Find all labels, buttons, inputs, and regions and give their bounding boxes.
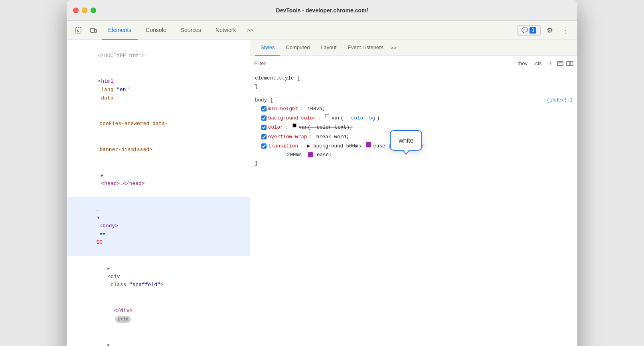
styles-tabs: Styles Computed Layout Event Listeners >… [250,40,577,56]
dom-html-cont2: banner-dismissed> [67,137,250,163]
messages-badge-button[interactable]: 💬 3 [517,25,541,36]
svg-rect-0 [75,28,81,33]
dom-doctype: <!DOCTYPE html> [67,43,250,69]
dom-html-cont: cookies-answered data- [67,111,250,137]
dom-body[interactable]: … <body> == $0 [67,197,250,256]
device-toggle-icon[interactable] [87,24,100,37]
rule-bg-color: background-color : var(--color-bg) [255,114,573,123]
settings-icon[interactable]: ⚙ [543,24,557,37]
color-checkbox[interactable] [261,125,267,130]
more-options-icon[interactable]: ⋮ [559,24,573,37]
inspect-element-icon[interactable] [71,24,85,37]
elements-panel: <!DOCTYPE html> <html lang="en" data- co… [67,40,250,346]
titlebar: DevTools - developer.chrome.com/ [67,0,577,21]
toolbar-right: 💬 3 ⚙ ⋮ [517,24,573,37]
body-selector-row: body { (index):1 [255,96,573,105]
overflow-wrap-checkbox[interactable] [261,134,267,139]
add-style-button[interactable]: + [546,58,554,68]
element-style-selector: element.style { [255,74,573,83]
dom-html[interactable]: <html lang="en" data- [67,69,250,111]
dom-head[interactable]: <head>…</head> [67,163,250,197]
color-bg-link[interactable]: --color-bg [345,114,375,123]
tab-console[interactable]: Console [139,21,172,40]
grid-badge: grid [115,316,130,323]
body-style-close: } [255,159,573,168]
rule-min-height: min-height : 100vh; [255,105,573,114]
color-tooltip-popup: white [390,130,422,151]
transition-cont: 200ms ease; [255,151,573,159]
svg-rect-1 [91,28,95,32]
scaffold-triangle [107,264,112,273]
bg-color-checkbox[interactable] [261,115,267,121]
bg-color-swatch[interactable] [325,114,329,118]
new-rule-icon[interactable] [557,60,564,67]
styles-panel: Styles Computed Layout Event Listeners >… [250,40,577,346]
body-source[interactable]: (index):1 [547,96,573,104]
announcement-triangle [107,341,112,346]
tab-elements[interactable]: Elements [102,21,138,40]
dom-div-close: </div> grid [67,298,250,332]
ease-in-out-checkbox[interactable] [366,142,371,147]
svg-rect-3 [557,62,563,66]
svg-rect-7 [570,62,573,66]
tab-sources[interactable]: Sources [174,21,207,40]
filter-bar: :hov .cls + [250,56,577,71]
tab-network[interactable]: Network [209,21,242,40]
body-selector: body { [255,96,273,105]
min-height-checkbox[interactable] [261,106,267,111]
minimize-button[interactable] [82,8,87,13]
window-title: DevTools - developer.chrome.com/ [276,7,368,14]
tooltip-text: white [399,137,413,144]
dom-div-scaffold[interactable]: <div class="scaffold"> [67,256,250,298]
toggle-icon[interactable] [566,60,573,67]
devtools-window: DevTools - developer.chrome.com/ Element… [67,0,577,346]
svg-rect-2 [95,30,97,32]
close-button[interactable] [73,8,79,13]
element-style-close: } [255,83,573,91]
more-tabs-button[interactable]: >> [244,25,256,36]
more-style-tabs[interactable]: >> [391,45,397,51]
filter-actions: :hov .cls + [516,58,573,68]
badge-count: 3 [529,27,536,34]
hov-button[interactable]: :hov [516,60,529,67]
maximize-button[interactable] [91,8,96,13]
filter-input[interactable] [254,60,512,66]
body-triangle [97,214,102,222]
tab-layout[interactable]: Layout [315,40,342,56]
tab-styles[interactable]: Styles [255,40,280,56]
tab-event-listeners[interactable]: Event Listeners [342,40,389,56]
tab-computed[interactable]: Computed [280,40,315,56]
color-swatch[interactable] [292,123,296,127]
element-style-section: element.style { } [255,74,573,91]
dom-announcement[interactable]: <announcement-banner cl… [67,332,250,346]
main-content: <!DOCTYPE html> <html lang="en" data- co… [67,40,577,346]
transition-checkbox[interactable] [261,143,267,149]
cls-button[interactable]: .cls [532,60,544,67]
head-triangle [101,171,106,180]
styles-body: element.style { } body { (index):1 [250,71,577,346]
svg-rect-6 [567,62,570,66]
traffic-lights [73,8,96,13]
message-icon: 💬 [522,27,528,33]
toolbar: Elements Console Sources Network >> 💬 3 … [67,21,577,40]
ease-checkbox[interactable] [308,152,313,157]
